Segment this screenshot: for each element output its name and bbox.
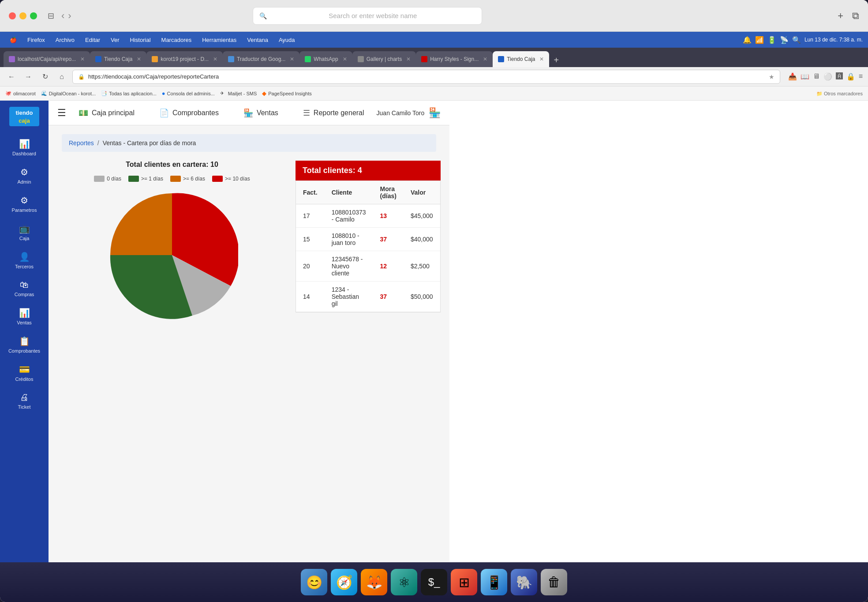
terceros-icon: 👤: [19, 252, 30, 262]
nav-caja-principal[interactable]: 💵 Caja principal: [73, 105, 140, 121]
new-tab-icon[interactable]: +: [838, 10, 843, 22]
ext1-icon[interactable]: ⚪: [823, 72, 832, 81]
tab-close-4[interactable]: ✕: [343, 56, 347, 62]
tab-korot[interactable]: korot19 project - D... ✕: [146, 51, 223, 67]
bookmark-mailjet[interactable]: ✈ Mailjet - SMS: [220, 90, 257, 97]
tab-close-1[interactable]: ✕: [137, 56, 141, 62]
sidebar-item-parametros[interactable]: ⚙ Parametros: [0, 191, 49, 217]
tab-close-0[interactable]: ✕: [80, 56, 85, 62]
pip-icon[interactable]: 🖥: [813, 72, 820, 81]
bookmark-label-1: DigitalOcean - korot...: [49, 91, 96, 96]
tab-harry[interactable]: Harry Styles - Sign... ✕: [416, 51, 493, 67]
dock-item-atom[interactable]: ⚛: [391, 569, 417, 595]
addr-home-button[interactable]: ⌂: [56, 71, 68, 83]
top-nav-items: 💵 Caja principal 📄 Comprobantes 🏪 Ventas…: [73, 105, 370, 121]
ext2-icon[interactable]: 🅰: [836, 72, 843, 81]
pocket-icon[interactable]: 📥: [788, 72, 797, 81]
bookmark-digitalocean[interactable]: 🌊 DigitalOcean - korot...: [41, 90, 96, 97]
hamburger-icon[interactable]: ☰: [57, 107, 66, 119]
search-bar[interactable]: 🔍 Search or enter website name: [253, 7, 482, 25]
tab-close-6[interactable]: ✕: [483, 56, 487, 62]
sidebar-item-ticket[interactable]: 🖨 Ticket: [0, 388, 49, 414]
bookmark-olimacorot[interactable]: 🐙 olimacorot: [5, 90, 36, 97]
bookmark-apps[interactable]: 📑 Todas las aplicacion...: [101, 90, 157, 97]
legend-label-0: 0 días: [107, 176, 121, 182]
mac-window: ⊟ ‹ › 🔍 Search or enter website name + ⧉…: [0, 0, 868, 602]
nav-reporte[interactable]: ☰ Reporte general: [298, 105, 370, 121]
forward-arrow-icon[interactable]: ›: [68, 10, 71, 22]
sidebar-item-admin[interactable]: ⚙ Admin: [0, 162, 49, 189]
cell-fact-3: 14: [296, 282, 325, 312]
bookmark-consola[interactable]: ● Consola del adminis...: [162, 90, 215, 97]
minimize-button[interactable]: [19, 12, 26, 19]
bookmark-pagespeed[interactable]: ◆ PageSpeed Insights: [262, 90, 311, 97]
content-area: Reportes / Ventas - Cartera por días de …: [49, 125, 449, 562]
url-bar[interactable]: 🔒 https://tiendocaja.com/Caja/reportes/r…: [72, 70, 780, 84]
tab-close-3[interactable]: ✕: [290, 56, 294, 62]
menu-herramientas[interactable]: Herramientas: [198, 35, 241, 45]
dock-item-trash[interactable]: 🗑: [541, 569, 567, 595]
close-button[interactable]: [9, 12, 16, 19]
menu-historial[interactable]: Historial: [126, 35, 155, 45]
sidebar-item-ventas[interactable]: 📊 Ventas: [0, 303, 49, 330]
tabs-icon[interactable]: ⧉: [852, 10, 859, 22]
ext3-icon[interactable]: 🔒: [846, 72, 855, 81]
sidebar-item-terceros[interactable]: 👤 Terceros: [0, 247, 49, 274]
maximize-button[interactable]: [30, 12, 37, 19]
breadcrumb-current: Ventas - Cartera por días de mora: [103, 139, 196, 147]
caja-icon: 📺: [19, 223, 30, 234]
cell-mora-0: 13: [373, 204, 404, 228]
tab-traductor[interactable]: Traductor de Goog... ✕: [223, 51, 299, 67]
back-arrow-icon[interactable]: ‹: [61, 10, 64, 22]
bookmark-label-5: PageSpeed Insights: [268, 91, 311, 96]
new-tab-button[interactable]: +: [552, 53, 561, 67]
tab-close-5[interactable]: ✕: [406, 56, 411, 62]
dock-item-postgresql[interactable]: 🐘: [511, 569, 537, 595]
dock-item-firefox[interactable]: 🦊: [361, 569, 387, 595]
menu-firefox[interactable]: Firefox: [23, 35, 49, 45]
table-row: 15 1088010 - juan toro 37 $40,000: [296, 228, 440, 251]
dock-item-safari[interactable]: 🧭: [331, 569, 357, 595]
other-bookmarks-button[interactable]: 📁 Otros marcadores: [816, 90, 863, 97]
addr-forward-button[interactable]: →: [22, 71, 34, 83]
pie-chart: [106, 189, 238, 321]
datetime: Lun 13 de dic. 7:38 a. m.: [804, 37, 863, 43]
apple-menu-icon[interactable]: 🍎: [5, 35, 21, 45]
nav-comprobantes[interactable]: 📄 Comprobantes: [154, 105, 224, 121]
compras-icon: 🛍: [20, 280, 29, 290]
tab-close-2[interactable]: ✕: [213, 56, 217, 62]
addr-reload-button[interactable]: ↻: [39, 71, 51, 83]
breadcrumb-root-link[interactable]: Reportes: [69, 139, 94, 147]
dock-item-terminal[interactable]: $_: [421, 569, 447, 595]
tab-gallery[interactable]: Gallery | charts ✕: [352, 51, 416, 67]
tab-tiendo-1[interactable]: Tiendo Caja ✕: [90, 51, 146, 67]
menu-ver[interactable]: Ver: [106, 35, 124, 45]
tab-whatsapp[interactable]: WhatsApp ✕: [299, 51, 352, 67]
menu-ayuda[interactable]: Ayuda: [274, 35, 299, 45]
dock-item-android[interactable]: 📱: [481, 569, 507, 595]
sidebar-item-creditos[interactable]: 💳 Créditos: [0, 360, 49, 386]
sidebar-toggle-icon[interactable]: ⊟: [48, 11, 54, 21]
menu-ventana[interactable]: Ventana: [243, 35, 273, 45]
legend-color-1: [128, 176, 139, 182]
settings-icon[interactable]: ≡: [859, 72, 863, 81]
sidebar-item-caja[interactable]: 📺 Caja: [0, 219, 49, 245]
menu-marcadores[interactable]: Marcadores: [157, 35, 196, 45]
sidebar-item-dashboard[interactable]: 📊 Dashboard: [0, 134, 49, 161]
tab-localhost[interactable]: localhost/Caja/api/repo... ✕: [4, 51, 90, 67]
sidebar-item-comprobantes[interactable]: 📋 Comprobantes: [0, 331, 49, 358]
nav-ventas[interactable]: 🏪 Ventas: [238, 105, 284, 121]
menu-editar[interactable]: Editar: [81, 35, 105, 45]
sidebar-label-comprobantes: Comprobantes: [8, 348, 40, 354]
pie-slice-orange: [110, 193, 172, 255]
sidebar-item-compras[interactable]: 🛍 Compras: [0, 275, 49, 301]
dock-item-launchpad[interactable]: ⊞: [451, 569, 477, 595]
addr-back-button[interactable]: ←: [5, 71, 18, 83]
tab-tiendo-active[interactable]: Tiendo Caja ✕: [493, 51, 549, 67]
tab-close-7[interactable]: ✕: [539, 56, 544, 62]
browser-tabs: localhost/Caja/api/repo... ✕ Tiendo Caja…: [0, 48, 868, 67]
reader-icon[interactable]: 📖: [801, 72, 809, 81]
ventas-nav-icon: 🏪: [243, 108, 253, 118]
dock-item-finder[interactable]: 😊: [301, 569, 327, 595]
menu-archivo[interactable]: Archivo: [51, 35, 79, 45]
